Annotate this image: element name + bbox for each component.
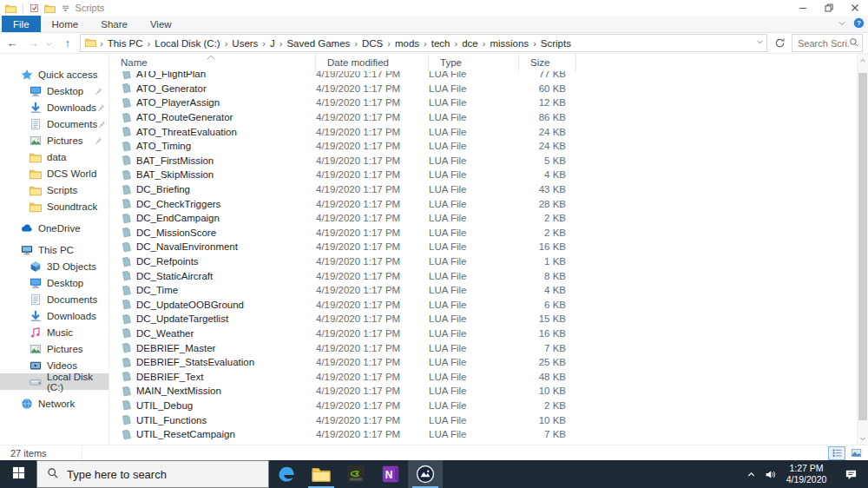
tab-share[interactable]: Share	[89, 16, 139, 32]
table-row[interactable]: DC_UpdateTargetlist4/19/2020 1:17 PMLUA …	[109, 312, 857, 326]
breadcrumb-local-disk-c[interactable]: Local Disk (C:)	[151, 38, 223, 49]
scroll-down-icon[interactable]	[858, 432, 868, 445]
table-row[interactable]: DC_Briefing4/19/2020 1:17 PMLUA File43 K…	[109, 182, 857, 197]
table-row[interactable]: UTIL_Functions4/19/2020 1:17 PMLUA File1…	[109, 412, 857, 427]
table-row[interactable]: DEBRIEF_Text4/19/2020 1:17 PMLUA File48 …	[109, 369, 857, 384]
sidebar-item-downloads[interactable]: Downloads	[0, 99, 108, 115]
search-input[interactable]	[798, 38, 849, 49]
taskbar-app-nvidia[interactable]	[339, 460, 373, 488]
sidebar-item-music[interactable]: Music	[0, 324, 108, 340]
details-view-button[interactable]	[828, 446, 845, 460]
column-header-size[interactable]: Size	[519, 54, 576, 71]
taskbar-app-file-explorer[interactable]	[304, 460, 339, 488]
sidebar-item-desktop[interactable]: Desktop	[0, 82, 108, 99]
sidebar-item-soundtrack[interactable]: Soundtrack	[0, 198, 108, 214]
sidebar-item-network[interactable]: Network	[0, 395, 108, 412]
sidebar-item-quick-access[interactable]: Quick access	[0, 66, 108, 82]
table-row[interactable]: DC_Weather4/19/2020 1:17 PMLUA File16 KB	[109, 326, 857, 341]
table-row[interactable]: BAT_SkipMission4/19/2020 1:17 PMLUA File…	[109, 168, 857, 182]
taskbar-app-active-app[interactable]	[408, 460, 443, 488]
table-row[interactable]: BAT_FirstMission4/19/2020 1:17 PMLUA Fil…	[109, 154, 857, 168]
table-row[interactable]: UTIL_Debug4/19/2020 1:17 PMLUA File2 KB	[109, 399, 857, 413]
sidebar-item-local-disk-c[interactable]: Local Disk (C:)	[0, 373, 108, 390]
sidebar-item-3d-objects[interactable]: 3D Objects	[0, 258, 108, 274]
sidebar-item-desktop[interactable]: Desktop	[0, 274, 108, 291]
sidebar-item-documents[interactable]: Documents	[0, 291, 108, 307]
close-button[interactable]	[842, 0, 868, 16]
sidebar-item-pictures[interactable]: Pictures	[0, 340, 108, 357]
table-row[interactable]: MAIN_NextMission4/19/2020 1:17 PMLUA Fil…	[109, 384, 857, 399]
table-row[interactable]: DC_MissionScore4/19/2020 1:17 PMLUA File…	[109, 226, 857, 241]
breadcrumb-mods[interactable]: mods	[391, 38, 423, 49]
table-row[interactable]: DC_EndCampaign4/19/2020 1:17 PMLUA File2…	[109, 211, 857, 226]
sidebar-item-data[interactable]: data	[0, 148, 108, 165]
table-row[interactable]: DC_Refpoints4/19/2020 1:17 PMLUA File1 K…	[109, 254, 857, 269]
table-row[interactable]: DC_UpdateOOBGround4/19/2020 1:17 PMLUA F…	[109, 298, 857, 313]
file-date: 4/19/2020 1:17 PM	[316, 300, 429, 310]
column-header-type[interactable]: Type	[429, 54, 519, 71]
tab-file[interactable]: File	[2, 16, 41, 32]
sidebar-item-pictures[interactable]: Pictures	[0, 132, 108, 148]
taskbar-search[interactable]: Type here to search	[36, 460, 269, 488]
sidebar-item-onedrive[interactable]: OneDrive	[0, 220, 108, 236]
search-icon[interactable]	[849, 36, 859, 51]
taskbar-clock[interactable]: 1:27 PM 4/19/2020	[779, 463, 833, 485]
new-folder-icon[interactable]	[44, 3, 56, 13]
breadcrumb-missions[interactable]: missions	[486, 38, 532, 49]
recent-locations-chevron-icon[interactable]	[45, 36, 56, 51]
address-bar[interactable]: ›This PC›Local Disk (C:)›Users›J›Saved G…	[80, 34, 767, 52]
table-row[interactable]: ATO_FlightPlan4/19/2020 1:17 PMLUA File7…	[109, 71, 857, 82]
table-row[interactable]: ATO_Timing4/19/2020 1:17 PMLUA File24 KB	[109, 139, 857, 154]
clock-date: 4/19/2020	[781, 474, 832, 485]
table-row[interactable]: UTIL_ResetCampaign4/19/2020 1:17 PMLUA F…	[109, 427, 857, 442]
table-row[interactable]: ATO_Generator4/19/2020 1:17 PMLUA File60…	[109, 82, 857, 96]
breadcrumb-j[interactable]: J	[266, 38, 279, 49]
breadcrumb-saved-games[interactable]: Saved Games	[283, 38, 353, 49]
forward-button[interactable]: →	[24, 35, 42, 52]
sidebar-item-scripts[interactable]: Scripts	[0, 181, 108, 198]
taskbar-app-edge[interactable]	[269, 460, 304, 488]
breadcrumb-dcs[interactable]: DCS	[358, 38, 386, 49]
properties-icon[interactable]	[30, 3, 39, 13]
back-button[interactable]: ←	[3, 35, 21, 52]
start-button[interactable]	[0, 460, 36, 488]
tab-home[interactable]: Home	[41, 16, 90, 32]
sidebar-item-this-pc[interactable]: This PC	[0, 241, 108, 258]
vertical-scrollbar[interactable]	[857, 54, 868, 445]
expand-ribbon-chevron-icon[interactable]	[837, 16, 847, 32]
volume-icon[interactable]	[760, 460, 779, 488]
scrollbar-thumb[interactable]	[858, 73, 867, 420]
taskbar-app-onenote[interactable]: N	[373, 460, 408, 488]
column-header-date[interactable]: Date modified	[316, 54, 429, 71]
tab-view[interactable]: View	[139, 16, 183, 32]
sidebar-item-documents[interactable]: Documents	[0, 115, 108, 132]
breadcrumb-dce[interactable]: dce	[458, 38, 482, 49]
minimize-button[interactable]	[790, 0, 816, 16]
up-button[interactable]: ↑	[59, 35, 76, 52]
table-row[interactable]: ATO_ThreatEvaluation4/19/2020 1:17 PMLUA…	[109, 124, 857, 139]
table-row[interactable]: DEBRIEF_StatsEvaluation4/19/2020 1:17 PM…	[109, 355, 857, 370]
restore-button[interactable]	[816, 0, 842, 16]
sidebar-item-downloads[interactable]: Downloads	[0, 307, 108, 324]
table-row[interactable]: DC_StaticAircraft4/19/2020 1:17 PMLUA Fi…	[109, 268, 857, 283]
search-box[interactable]	[792, 34, 863, 52]
breadcrumb-scripts[interactable]: Scripts	[537, 38, 575, 49]
address-dropdown-chevron-icon[interactable]	[755, 37, 765, 49]
breadcrumb-tech[interactable]: tech	[428, 38, 454, 49]
table-row[interactable]: DC_CheckTriggers4/19/2020 1:17 PMLUA Fil…	[109, 196, 857, 211]
hidden-icons-chevron-icon[interactable]	[741, 460, 760, 488]
breadcrumb-this-pc[interactable]: This PC	[104, 38, 147, 49]
breadcrumb-users[interactable]: Users	[228, 38, 261, 49]
sidebar-item-dcs-world[interactable]: DCS World	[0, 165, 108, 181]
table-row[interactable]: DEBRIEF_Master4/19/2020 1:17 PMLUA File7…	[109, 340, 857, 355]
table-row[interactable]: DC_Time4/19/2020 1:17 PMLUA File4 KB	[109, 283, 857, 298]
table-row[interactable]: DC_NavalEnvironment4/19/2020 1:17 PMLUA …	[109, 240, 857, 254]
table-row[interactable]: ATO_RouteGenerator4/19/2020 1:17 PMLUA F…	[109, 110, 857, 125]
action-center-icon[interactable]	[833, 460, 868, 488]
refresh-icon[interactable]	[771, 37, 788, 49]
help-icon[interactable]: ?	[853, 16, 865, 32]
customize-qat-chevron-icon[interactable]	[61, 3, 70, 13]
thumbnails-view-button[interactable]	[847, 446, 865, 460]
scroll-up-icon[interactable]	[858, 54, 868, 67]
table-row[interactable]: ATO_PlayerAssign4/19/2020 1:17 PMLUA Fil…	[109, 96, 857, 110]
